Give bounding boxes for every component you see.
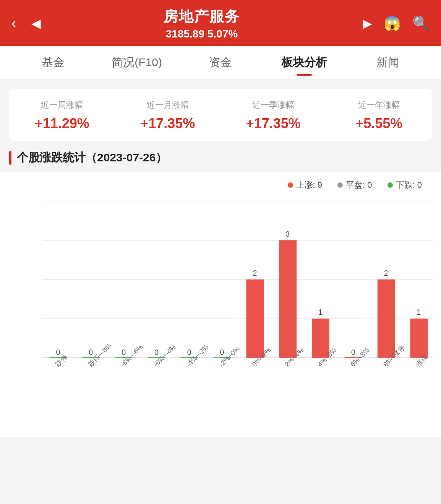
header-center: 房地产服务 3185.89 5.07% [41,7,363,40]
svg-text:0: 0 [187,348,191,356]
legend-up: 上涨: 9 [288,179,322,191]
tab-bar: 基金 简况(F10) 资金 板块分析 新闻 [0,46,441,80]
legend-up-dot [288,182,293,188]
bar-7 [279,240,297,358]
legend-down: 下跌: 0 [387,179,422,191]
stats-card: 近一周涨幅 +11.29% 近一月涨幅 +17.35% 近一季涨幅 +17.35… [9,89,432,141]
stat-monthly: 近一月涨幅 +17.35% [115,99,221,132]
svg-text:0: 0 [56,348,60,356]
prev-arrow-button[interactable]: ◀ [31,16,41,31]
svg-text:2: 2 [384,269,388,277]
search-icon[interactable]: 🔍 [412,15,430,31]
bar-chart-svg: 0 1 2 3 4 0 0 0 0 0 0 [42,198,433,413]
svg-text:0: 0 [220,348,224,356]
bar-11 [410,319,428,358]
svg-text:1: 1 [318,308,323,316]
header-subtitle: 3185.89 5.07% [41,28,363,40]
svg-text:1: 1 [417,308,421,316]
tab-capital[interactable]: 资金 [179,46,263,80]
stat-weekly: 近一周涨幅 +11.29% [9,99,115,132]
tab-overview[interactable]: 简况(F10) [95,46,179,80]
section-title: 个股涨跌统计（2023-07-26） [9,150,432,166]
tab-sector-analysis[interactable]: 板块分析 [262,46,346,80]
bar-10 [378,280,395,358]
legend-flat-dot [337,182,343,188]
chart-container: 上涨: 9 平盘: 0 下跌: 0 0 1 2 3 4 [0,172,441,437]
app-header: ‹ ◀ 房地产服务 3185.89 5.07% ▶ 😱 🔍 [0,0,441,46]
chart-area-wrapper: 0 1 2 3 4 0 0 0 0 0 0 [23,198,433,414]
bar-6 [246,280,264,358]
svg-text:3: 3 [285,230,290,238]
tab-news[interactable]: 新闻 [346,46,430,80]
svg-text:0: 0 [89,348,93,356]
header-right-controls: ▶ 😱 🔍 [363,15,430,31]
header-left-controls: ‹ ◀ [11,15,41,31]
svg-text:0: 0 [351,348,355,356]
svg-text:0: 0 [154,348,159,356]
stat-yearly: 近一年涨幅 +5.55% [326,99,432,132]
chart-legend: 上涨: 9 平盘: 0 下跌: 0 [23,179,433,191]
robot-icon[interactable]: 😱 [384,15,401,31]
back-button[interactable]: ‹ [11,15,16,31]
legend-flat: 平盘: 0 [337,179,372,191]
svg-text:2: 2 [253,269,257,277]
legend-down-dot [387,182,393,188]
tab-fund[interactable]: 基金 [11,46,95,80]
stat-quarterly: 近一季涨幅 +17.35% [220,99,326,132]
svg-text:0: 0 [122,348,126,356]
next-arrow-button[interactable]: ▶ [363,16,372,31]
page-title: 房地产服务 [41,7,363,26]
